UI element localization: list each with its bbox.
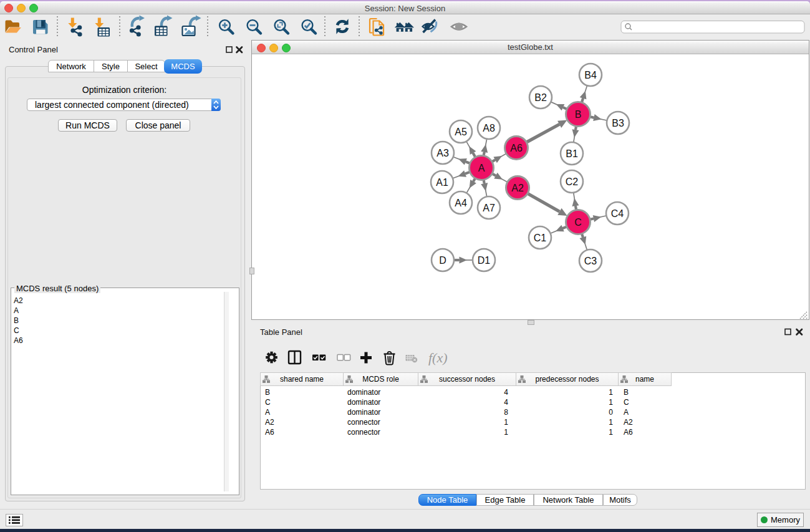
svg-text:B4: B4 [584, 70, 597, 80]
svg-text:A: A [478, 163, 485, 173]
svg-text:A4: A4 [455, 198, 467, 208]
svg-text:A6: A6 [510, 143, 523, 153]
svg-text:B: B [575, 109, 582, 120]
svg-text:C1: C1 [534, 233, 547, 243]
svg-text:B2: B2 [534, 92, 547, 103]
svg-text:C2: C2 [566, 177, 579, 187]
svg-text:C4: C4 [611, 208, 624, 219]
svg-text:C3: C3 [584, 256, 597, 266]
svg-text:A3: A3 [436, 148, 449, 158]
svg-text:C: C [574, 217, 582, 228]
svg-text:f(x): f(x) [428, 350, 448, 365]
svg-text:A2: A2 [511, 183, 524, 193]
svg-text:D1: D1 [478, 255, 491, 266]
svg-text:B3: B3 [612, 118, 624, 128]
svg-text:A7: A7 [483, 203, 495, 213]
svg-text:A1: A1 [436, 177, 448, 188]
svg-text:A5: A5 [455, 127, 467, 137]
svg-text:D: D [439, 255, 446, 266]
svg-text:B1: B1 [566, 148, 578, 159]
svg-text:A8: A8 [483, 123, 495, 133]
